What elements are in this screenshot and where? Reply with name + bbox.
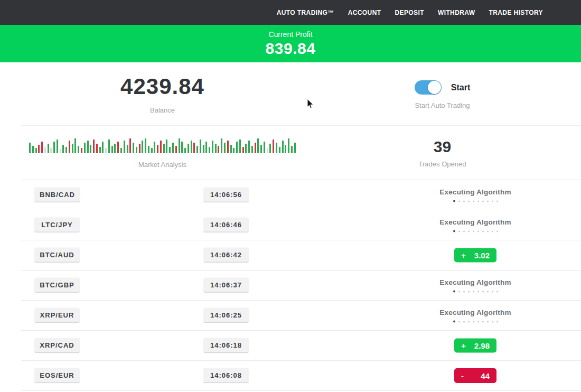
- pair-badge: BTC/GBP: [34, 278, 80, 293]
- current-profit-label: Current Profit: [268, 30, 312, 39]
- pair-badge: XRP/CAD: [34, 338, 80, 353]
- trades-opened-label: Trades Opened: [419, 160, 466, 168]
- time-badge: 14:06:18: [203, 338, 249, 353]
- table-row: EOS/EUR 14:06:08 - 44: [21, 361, 581, 391]
- start-auto-trading-label: Start Auto Trading: [415, 101, 470, 109]
- time-badge: 14:06:46: [203, 218, 249, 233]
- trades-opened-value: 39: [434, 138, 451, 156]
- profit-value: 3.02: [474, 251, 490, 260]
- balance-label: Balance: [150, 106, 175, 114]
- status-cell: - 44: [412, 368, 539, 383]
- auto-trading-toggle[interactable]: [415, 80, 442, 95]
- table-row: XRP/CAD 14:06:18 + 2.98: [21, 331, 581, 361]
- executing-algorithm-label: Executing Algorithm: [439, 188, 511, 196]
- nav-item-withdraw[interactable]: WITHDRAW: [438, 9, 475, 16]
- table-row: LTC/JPY 14:06:46 Executing Algorithm: [21, 210, 581, 240]
- trades-table: BNB/CAD 14:06:56 Executing Algorithm LTC…: [21, 180, 581, 391]
- time-badge: 14:06:37: [203, 278, 249, 293]
- table-row: BTC/GBP 14:06:37 Executing Algorithm: [21, 270, 581, 301]
- executing-algorithm-label: Executing Algorithm: [439, 309, 511, 316]
- progress-dots: [453, 200, 498, 202]
- nav-item-account[interactable]: ACCOUNT: [348, 9, 381, 16]
- market-bars-chart: [29, 137, 296, 153]
- toggle-knob: [428, 81, 441, 94]
- nav-item-deposit[interactable]: DEPOSIT: [395, 9, 424, 16]
- status-cell: Executing Algorithm: [412, 309, 539, 323]
- progress-dots: [453, 291, 498, 293]
- market-analysis-label: Market Analysis: [138, 161, 186, 169]
- status-cell: Executing Algorithm: [412, 188, 539, 202]
- profit-sign: +: [461, 251, 466, 260]
- profit-badge: + 3.02: [454, 248, 496, 263]
- pair-badge: BNB/CAD: [34, 188, 80, 203]
- executing-algorithm-label: Executing Algorithm: [439, 218, 511, 226]
- loss-value: 44: [481, 371, 490, 380]
- current-profit-banner: Current Profit 839.84: [0, 25, 581, 62]
- executing-algorithm-label: Executing Algorithm: [439, 278, 511, 286]
- top-nav-bar: AUTO TRADING™ ACCOUNT DEPOSIT WITHDRAW T…: [0, 0, 581, 25]
- balance-value: 4239.84: [120, 74, 204, 99]
- table-row: BTC/AUD 14:06:42 + 3.02: [21, 240, 581, 270]
- status-cell: Executing Algorithm: [412, 218, 539, 232]
- status-cell: Executing Algorithm: [412, 278, 539, 293]
- toggle-start-label: Start: [451, 83, 470, 92]
- pair-badge: LTC/JPY: [34, 218, 80, 233]
- current-profit-value: 839.84: [266, 40, 316, 58]
- market-analysis-section: Market Analysis 39 Trades Opened: [0, 126, 581, 180]
- profit-value: 2.98: [474, 341, 490, 350]
- pair-badge: XRP/EUR: [34, 308, 80, 323]
- pair-badge: BTC/AUD: [34, 248, 80, 263]
- table-row: XRP/EUR 14:06:25 Executing Algorithm: [21, 301, 581, 331]
- status-cell: + 3.02: [412, 248, 539, 263]
- time-badge: 14:06:42: [203, 248, 249, 263]
- table-row: BNB/CAD 14:06:56 Executing Algorithm: [21, 180, 581, 210]
- loss-badge: - 44: [454, 368, 496, 383]
- time-badge: 14:06:56: [203, 188, 249, 203]
- progress-dots: [453, 321, 498, 323]
- profit-badge: + 2.98: [454, 339, 496, 353]
- pair-badge: EOS/EUR: [34, 368, 80, 384]
- status-cell: + 2.98: [412, 339, 539, 353]
- nav-item-trade-history[interactable]: TRADE HISTORY: [489, 9, 543, 16]
- profit-sign: +: [461, 341, 466, 350]
- nav-item-auto-trading[interactable]: AUTO TRADING™: [277, 9, 334, 16]
- loss-sign: -: [461, 371, 464, 380]
- progress-dots: [453, 230, 498, 232]
- time-badge: 14:06:25: [203, 308, 249, 323]
- time-badge: 14:06:08: [203, 368, 249, 384]
- balance-section: 4239.84 Balance Start Start Auto Trading: [0, 62, 581, 125]
